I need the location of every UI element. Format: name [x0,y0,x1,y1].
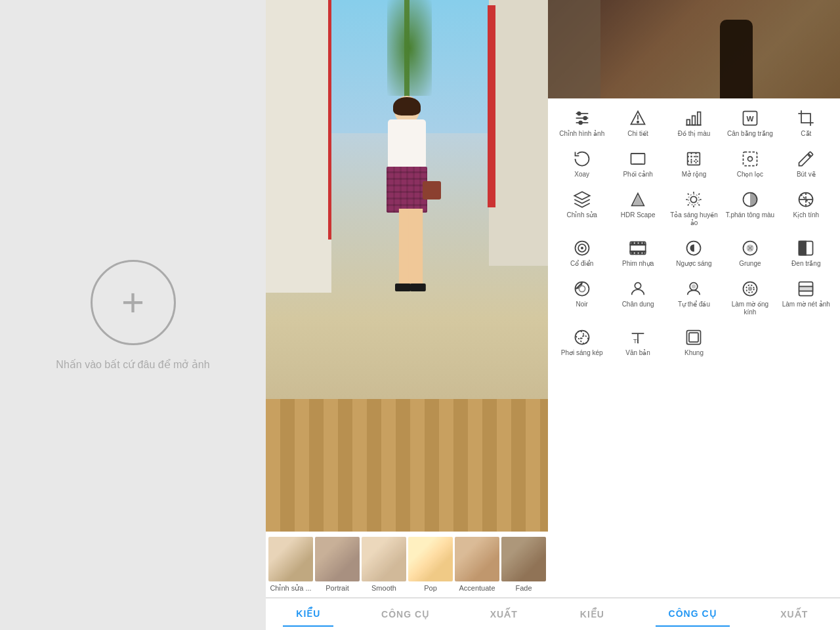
right-tab-cong-cu[interactable]: CÔNG CỤ [656,602,730,627]
backlight-icon [684,239,703,257]
vintage-icon [573,239,591,257]
text-icon: Tt [629,328,647,346]
svg-text:Tt: Tt [633,338,639,345]
tool-co-dien[interactable]: Cổ điển [555,234,609,273]
main-image [266,0,548,532]
tool-can-bang-trang[interactable]: W Cân bằng trắng [723,104,777,143]
tool-label-nguoc-sang: Ngược sáng [676,260,711,268]
tool-phim-nhua[interactable]: Phim nhựa [610,234,665,273]
thumbnail-label-3: Pop [424,584,437,592]
thumbnail-img-2 [362,537,406,581]
tool-chi-tiet[interactable]: Chi tiết [610,104,665,143]
tool-label-noir: Noir [576,301,588,308]
open-photo-hint: Nhấn vào bất cứ đâu để mở ảnh [56,358,209,371]
tool-nguoc-sang[interactable]: Ngược sáng [667,234,721,273]
tab-kieu[interactable]: KIỂU [283,602,333,627]
thumbnail-0[interactable]: Chỉnh sửa ... [268,537,313,593]
tool-label-xoay: Xoay [574,171,589,178]
tools-grid: Chỉnh hình ảnh Chi tiết Đồ thị màu W Cân… [548,98,840,597]
crop-icon [797,109,815,127]
thumbnail-img-0 [268,537,313,581]
svg-rect-44 [643,252,644,255]
tool-label-tone: T.phán tông màu [726,211,775,219]
tool-toa-sang[interactable]: Tỏa sáng huyền ảo [667,185,721,232]
portrait-icon [629,280,647,298]
tab-cong-cu[interactable]: CÔNG CỤ [368,602,442,626]
tool-grunge[interactable]: Grunge [723,234,777,273]
tool-cat[interactable]: Cắt [779,104,833,143]
tool-label-lam-mo-net-anh: Làm mờ nét ảnh [782,301,830,308]
svg-point-55 [749,287,752,291]
svg-rect-40 [643,242,644,245]
tool-chinh-hinh-anh[interactable]: Chỉnh hình ảnh [555,104,609,143]
grunge-icon [741,239,759,257]
preview-dark-overlay [548,0,840,98]
right-tab-kieu[interactable]: KIỂU [567,602,618,626]
right-tab-xuat[interactable]: XUẤT [767,602,821,626]
svg-rect-18 [688,153,700,165]
adjust-icon [573,109,591,127]
svg-rect-10 [692,116,696,125]
tool-label-chinh-hinh-anh: Chỉnh hình ảnh [559,130,604,138]
add-photo-button[interactable]: + [91,260,176,345]
tool-tu-the-dau[interactable]: Tự thể đầu [667,274,721,322]
svg-rect-43 [639,252,640,255]
svg-point-28 [688,194,699,205]
tool-khung[interactable]: Khung [667,323,721,362]
svg-point-4 [583,117,587,120]
tool-label-mo-rong: Mở rộng [682,171,707,178]
tone-icon [741,190,759,209]
tool-do-thi-mau[interactable]: Đồ thị màu [667,104,721,143]
tool-lam-mo-ong-kinh[interactable]: Làm mờ ống kính [723,274,777,322]
wb-icon: W [741,109,759,127]
tool-hdr-scape[interactable]: HDR Scape [610,185,665,232]
thumbnail-label-0: Chỉnh sửa ... [270,584,311,593]
left-panel[interactable]: + Nhấn vào bất cứ đâu để mở ảnh [0,0,266,630]
svg-point-50 [635,283,640,289]
thumbnail-img-1 [315,537,360,581]
tool-label-den-trang: Đen trắng [791,260,820,268]
tool-tone[interactable]: T.phán tông màu [723,185,777,232]
middle-panel: Chỉnh sửa ... Portrait Smooth Pop Accent… [266,0,548,630]
tool-mo-rong[interactable]: Mở rộng [667,144,721,184]
retouch-icon [573,190,591,209]
thumbnail-1[interactable]: Portrait [315,537,360,592]
tool-but-ve[interactable]: Bút vẽ [779,144,833,184]
tool-label-khung: Khung [684,349,704,357]
svg-rect-15 [631,154,645,164]
tool-label-toa-sang: Tỏa sáng huyền ảo [669,211,719,227]
thumbnail-3[interactable]: Pop [408,537,453,592]
tool-phoi-canh[interactable]: Phối cảnh [610,144,665,184]
tool-label-co-dien: Cổ điển [570,260,593,268]
tool-van-ban[interactable]: Tt Văn bản [610,323,665,362]
thumbnail-4[interactable]: Accentuate [455,537,499,592]
tool-chon-loc[interactable]: Chọn lọc [723,144,777,184]
building-right [489,0,548,266]
svg-point-27 [691,196,697,202]
hdr-icon [629,190,647,209]
tool-label-chinh-sua: Chỉnh sửa [567,211,597,219]
tree-leaves [387,0,432,96]
tool-kich-tinh[interactable]: Kịch tính [779,185,833,232]
ground [266,399,548,532]
tool-label-chan-dung: Chân dung [622,301,654,308]
tool-label-hdr-scape: HDR Scape [621,211,656,219]
tool-label-van-ban: Văn bản [625,349,650,357]
tool-label-do-thi-mau: Đồ thị màu [678,130,711,138]
tool-chan-dung[interactable]: Chân dung [610,274,665,322]
svg-rect-38 [636,242,637,245]
tool-chinh-sua[interactable]: Chỉnh sửa [555,185,609,232]
thumbnail-5[interactable]: Fade [501,537,546,592]
brush-icon [797,150,815,168]
tool-noir[interactable]: Noir [555,274,609,322]
tab-xuat[interactable]: XUẤT [477,602,531,626]
tool-phoi-sang-kep[interactable]: Phơi sáng kép [555,323,609,362]
tool-lam-mo-net-anh[interactable]: Làm mờ nét ảnh [779,274,833,322]
tool-xoay[interactable]: Xoay [555,144,609,184]
svg-point-8 [637,121,639,123]
tool-den-trang[interactable]: Đen trắng [779,234,833,273]
svg-rect-23 [743,152,757,166]
perspective-icon [629,150,647,168]
app-container: + Nhấn vào bất cứ đâu để mở ảnh [0,0,840,630]
thumbnail-2[interactable]: Smooth [362,537,406,592]
